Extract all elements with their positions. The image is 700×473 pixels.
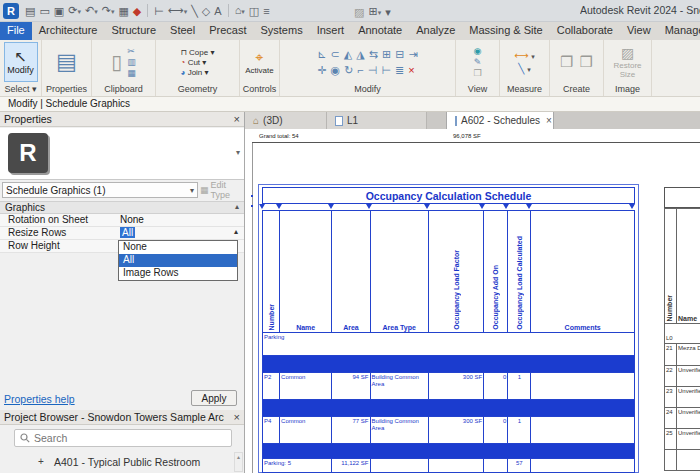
tab-insert[interactable]: Insert [310, 22, 352, 40]
copy-element-icon[interactable]: ◉ [331, 64, 341, 77]
type-selector[interactable]: Schedule Graphics (1) ▾ [2, 182, 198, 198]
tab-steel[interactable]: Steel [163, 22, 202, 40]
delete-icon[interactable]: × [408, 64, 414, 77]
tab-collaborate[interactable]: Collaborate [550, 22, 620, 40]
column-grip[interactable] [259, 204, 265, 209]
tab-manage[interactable]: Manage [658, 22, 700, 40]
column-grip[interactable] [276, 204, 282, 209]
chevron-down-icon[interactable]: ▾ [241, 8, 245, 15]
join-button[interactable]: ◕ Join ▾ [181, 68, 215, 77]
col-header-area[interactable]: Area [332, 211, 370, 333]
undo-icon[interactable]: ↶▾ [85, 2, 98, 20]
column-grip[interactable] [424, 204, 430, 209]
properties-palette-icon[interactable]: ▤ [56, 49, 77, 75]
search-box[interactable] [14, 429, 232, 447]
move-icon[interactable]: ✛ [317, 64, 326, 77]
schedule-handle[interactable] [251, 205, 253, 207]
occupancy-schedule-table[interactable]: Number Name Area Area Type Occupancy Loa… [262, 210, 635, 473]
search-input[interactable] [34, 432, 204, 444]
table-row[interactable]: 21Mezza Dining [665, 344, 700, 366]
section-icon[interactable]: ◫ [249, 3, 259, 19]
col-header-occupancy-load-calculated[interactable]: Occupancy Load Calculated [516, 236, 523, 330]
render-icon[interactable]: ◉ [474, 46, 482, 56]
table-row[interactable]: 22Unverified [665, 366, 700, 387]
column-grip[interactable] [479, 204, 485, 209]
chevron-down-icon[interactable]: ▾ [77, 8, 81, 15]
chevron-down-icon[interactable]: ▾ [236, 148, 240, 157]
rotate-icon[interactable]: ↻ [344, 64, 353, 77]
tag-icon[interactable]: ◇ [202, 3, 210, 19]
collapse-icon[interactable]: ▴ [235, 202, 239, 213]
measure-icon[interactable]: ⊢ [154, 3, 164, 19]
thin-lines-icon[interactable]: ≡ [263, 3, 269, 19]
trim-extend-multi-icon[interactable]: ⊢ [381, 64, 391, 77]
col-header-comments[interactable]: Comments [531, 211, 635, 333]
sync-icon[interactable]: ⟳▾ [68, 2, 81, 20]
dropdown-option-none[interactable]: None [119, 241, 237, 254]
chevron-down-icon[interactable]: ▾ [111, 8, 115, 15]
switch-windows-icon[interactable]: ⊞▾ [368, 3, 381, 21]
selected-row-band[interactable] [263, 400, 635, 417]
match-properties-icon[interactable]: ▦ [127, 68, 136, 78]
pin-icon[interactable]: ⇥ [408, 48, 417, 61]
apply-button[interactable]: Apply [191, 390, 237, 406]
toolbar-customize-icon[interactable]: ▾ [385, 4, 391, 20]
text-icon[interactable]: A [214, 3, 221, 19]
save-icon[interactable]: ▣ [54, 3, 64, 19]
align-icon[interactable]: ⊾ [317, 48, 326, 61]
close-icon[interactable]: × [234, 411, 240, 423]
column-grip[interactable] [629, 204, 635, 209]
modify-button[interactable]: ↖ Modify [4, 42, 38, 82]
schedule-handle[interactable] [251, 195, 253, 197]
offset-icon[interactable]: ⊂ [331, 48, 340, 61]
expand-icon[interactable]: + [38, 456, 44, 467]
dropdown-option-all[interactable]: All [119, 254, 237, 267]
activate-label[interactable]: Activate [245, 66, 273, 75]
revit-logo-icon[interactable]: R [3, 3, 19, 19]
column-grip[interactable] [503, 204, 509, 209]
tab-structure[interactable]: Structure [104, 22, 163, 40]
schedule-footer-row[interactable]: Parking: 5 11,122 SF 57 [263, 459, 635, 473]
tab-massing-site[interactable]: Massing & Site [462, 22, 549, 40]
sheet-canvas[interactable]: Grand total: 54 96,078 SF Occupancy Calc… [245, 129, 700, 473]
trim-extend-single-icon[interactable]: ⊣ [368, 64, 378, 77]
create-assembly-icon[interactable]: ❒ [580, 53, 593, 71]
mirror-draw-icon[interactable]: ◮ [356, 48, 364, 61]
selected-row-band[interactable] [263, 444, 635, 459]
mirror-pick-icon[interactable]: ◭ [344, 48, 352, 61]
redo-icon[interactable]: ↷▾ [102, 2, 115, 20]
col-header-area-type[interactable]: Area Type [370, 211, 428, 333]
view-tab-a602-schedules[interactable]: A602 - Schedules × [446, 112, 554, 129]
col-header-number[interactable]: Number [268, 304, 275, 330]
dropdown-option-image-rows[interactable]: Image Rows [119, 267, 237, 280]
print-icon[interactable]: ▦ [118, 3, 128, 19]
chevron-up-icon[interactable]: ▴ [234, 227, 238, 239]
aligned-dimension-icon[interactable]: ⟷▾ [168, 2, 187, 20]
group-header-row[interactable]: L0 [665, 324, 700, 344]
measure-between-icon[interactable]: ⟷ ▾ [514, 50, 535, 61]
tree-scrollbar[interactable]: ▴ [234, 452, 243, 472]
right-schedule-table[interactable]: Number Name L0 21Mezza Dining 22Unverifi… [664, 208, 700, 471]
close-icon[interactable]: × [234, 113, 240, 125]
table-row[interactable]: 25Unverified [665, 429, 700, 450]
column-grip[interactable] [526, 204, 532, 209]
table-row[interactable]: 23Unverified [665, 387, 700, 408]
property-row-resize-rows[interactable]: Resize Rows All ▴ [0, 227, 244, 240]
scale-icon[interactable]: ⊟ [395, 48, 404, 61]
right-schedule-title-box[interactable] [664, 187, 700, 208]
table-row[interactable]: 24Unverified [665, 408, 700, 429]
table-row[interactable]: P4 Common 77 SF Building Common Area 300… [263, 417, 635, 444]
copy-icon[interactable]: ▥ [127, 57, 136, 67]
panel-label-properties[interactable]: Properties [42, 84, 91, 96]
panel-label-select[interactable]: Select ▾ [0, 84, 41, 96]
chevron-down-icon[interactable]: ▾ [184, 8, 188, 15]
properties-toggle-icon[interactable]: ▤ [25, 3, 35, 19]
transfer-standards-icon[interactable]: ◆ [133, 3, 141, 19]
table-row[interactable] [665, 450, 700, 471]
array-icon[interactable]: ⊞ [382, 48, 391, 61]
create-group-icon[interactable]: ❒ [560, 53, 573, 71]
selected-row-band[interactable] [263, 356, 635, 373]
view-cube-icon[interactable]: ❒ [473, 68, 481, 78]
view-tab-3d[interactable]: ⌂ (3D) [245, 112, 327, 129]
table-row[interactable]: P2 Common 94 SF Building Common Area 300… [263, 373, 635, 400]
